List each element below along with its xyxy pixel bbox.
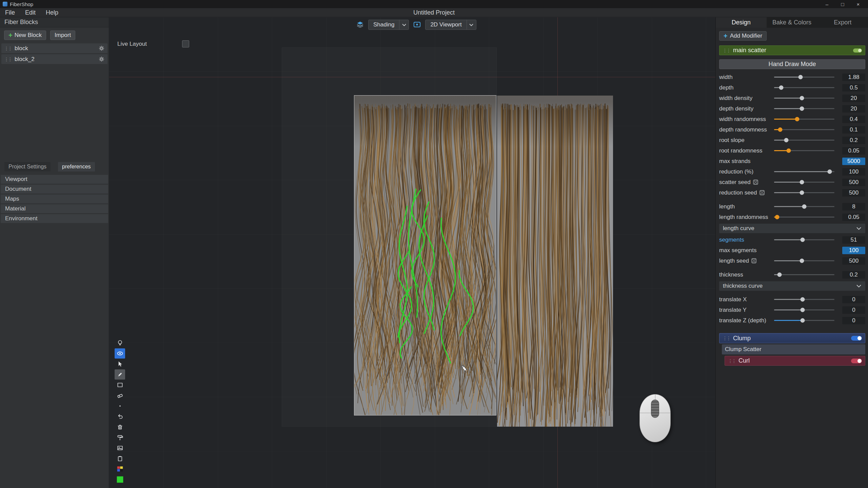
depth-density-slider[interactable] bbox=[774, 103, 834, 114]
root-slope-value[interactable]: 0.2 bbox=[842, 137, 865, 144]
slider-handle[interactable] bbox=[798, 75, 803, 79]
paint-roller-icon[interactable] bbox=[115, 432, 125, 443]
tab-project-settings[interactable]: Project Settings bbox=[4, 162, 51, 171]
slider-handle[interactable] bbox=[800, 308, 805, 312]
length-slider[interactable] bbox=[774, 201, 834, 212]
slider-handle[interactable] bbox=[800, 190, 804, 195]
slider-handle[interactable] bbox=[784, 138, 788, 142]
sidebar-item-material[interactable]: Material bbox=[1, 204, 108, 213]
menu-item-file[interactable]: File bbox=[0, 8, 20, 17]
slider-handle[interactable] bbox=[775, 215, 779, 219]
hand-draw-mode-button[interactable]: Hand Draw Mode bbox=[719, 59, 865, 69]
thickness-slider[interactable] bbox=[774, 269, 834, 280]
modifier-clump-scatter[interactable]: Clump Scatter bbox=[722, 344, 865, 354]
viewport-mode-dropdown[interactable]: 2D Viewport bbox=[425, 20, 476, 30]
curl-toggle[interactable] bbox=[851, 359, 862, 363]
translate-x-slider[interactable] bbox=[774, 294, 834, 305]
root-randomness-slider[interactable] bbox=[774, 145, 834, 156]
width-density-value[interactable]: 20 bbox=[842, 95, 865, 102]
menu-item-edit[interactable]: Edit bbox=[20, 8, 41, 17]
modifier-curl[interactable]: ⋮⋮Curl bbox=[725, 356, 865, 366]
slider-handle[interactable] bbox=[800, 106, 804, 111]
root-slope-slider[interactable] bbox=[774, 135, 834, 145]
cursor-icon[interactable] bbox=[115, 359, 125, 369]
length-curve-dropdown[interactable]: length curve bbox=[719, 224, 865, 233]
sidebar-item-maps[interactable]: Maps bbox=[1, 195, 108, 203]
reduction-slider[interactable] bbox=[774, 166, 834, 177]
undo-icon[interactable] bbox=[115, 411, 125, 422]
rect-icon[interactable] bbox=[115, 380, 125, 390]
thickness-curve-dropdown[interactable]: thickness curve bbox=[719, 281, 865, 291]
length-randomness-value[interactable]: 0.05 bbox=[842, 214, 865, 221]
modifier-main-scatter[interactable]: ⋮⋮ main scatter bbox=[719, 45, 865, 55]
segments-slider[interactable] bbox=[774, 235, 834, 245]
width-slider[interactable] bbox=[774, 72, 834, 82]
pen-icon[interactable] bbox=[115, 369, 125, 380]
green-swatch[interactable] bbox=[115, 474, 125, 485]
slider-handle[interactable] bbox=[779, 85, 784, 90]
translate-x-value[interactable]: 0 bbox=[842, 296, 865, 303]
tab-design[interactable]: Design bbox=[716, 17, 767, 28]
slider-handle[interactable] bbox=[800, 297, 805, 302]
clump-toggle[interactable] bbox=[851, 336, 862, 341]
slider-handle[interactable] bbox=[800, 238, 805, 242]
live-layout-checkbox[interactable] bbox=[182, 40, 189, 47]
clipboard-icon[interactable] bbox=[115, 453, 125, 464]
slider-handle[interactable] bbox=[795, 117, 799, 121]
max-strands-value[interactable]: 5000 bbox=[842, 158, 865, 165]
root-randomness-value[interactable]: 0.05 bbox=[842, 147, 865, 155]
translate-z-depth-slider[interactable] bbox=[774, 315, 834, 326]
length-seed-slider[interactable] bbox=[774, 256, 834, 266]
depth-randomness-value[interactable]: 0.1 bbox=[842, 126, 865, 134]
translate-y-slider[interactable] bbox=[774, 305, 834, 315]
width-randomness-slider[interactable] bbox=[774, 114, 834, 124]
block-row-block-2[interactable]: ⋮⋮block_2 bbox=[1, 54, 107, 64]
trash-icon[interactable] bbox=[115, 422, 125, 432]
depth-randomness-slider[interactable] bbox=[774, 124, 834, 135]
depth-value[interactable]: 0.5 bbox=[842, 84, 865, 92]
width-randomness-value[interactable]: 0.4 bbox=[842, 116, 865, 123]
slider-handle[interactable] bbox=[800, 180, 804, 184]
menu-item-help[interactable]: Help bbox=[41, 8, 63, 17]
width-value[interactable]: 1.88 bbox=[842, 74, 865, 81]
scatter-seed-value[interactable]: 500 bbox=[842, 179, 865, 186]
slider-handle[interactable] bbox=[777, 272, 782, 277]
viewport[interactable]: Shading 2D Viewport Live Layout bbox=[109, 17, 715, 488]
add-modifier-button[interactable]: + Add Modifier bbox=[719, 31, 767, 41]
sidebar-item-document[interactable]: Document bbox=[1, 185, 108, 194]
slider-handle[interactable] bbox=[827, 169, 832, 174]
scatter-seed-slider[interactable] bbox=[774, 177, 834, 187]
new-block-button[interactable]: +New Block bbox=[4, 30, 46, 40]
length-randomness-slider[interactable] bbox=[774, 212, 834, 222]
minimize-button[interactable]: – bbox=[820, 0, 834, 8]
dot-icon[interactable] bbox=[115, 401, 125, 411]
tab-bake-colors[interactable]: Bake & Colors bbox=[767, 17, 817, 28]
max-segments-value[interactable]: 100 bbox=[842, 247, 865, 254]
slider-handle[interactable] bbox=[778, 127, 782, 132]
main-scatter-toggle[interactable] bbox=[853, 48, 862, 53]
block-settings-gear-icon[interactable] bbox=[98, 56, 105, 62]
reduction-value[interactable]: 100 bbox=[842, 168, 865, 176]
import-button[interactable]: Import bbox=[50, 30, 75, 40]
slider-handle[interactable] bbox=[802, 204, 807, 209]
eraser-icon[interactable] bbox=[115, 390, 125, 401]
swatch-grid-icon[interactable] bbox=[115, 464, 125, 474]
length-seed-value[interactable]: 500 bbox=[842, 257, 865, 265]
sidebar-item-viewport[interactable]: Viewport bbox=[1, 175, 108, 184]
block-settings-gear-icon[interactable] bbox=[98, 45, 105, 52]
depth-density-value[interactable]: 20 bbox=[842, 105, 865, 113]
bulb-icon[interactable] bbox=[115, 338, 125, 348]
reduction-seed-slider[interactable] bbox=[774, 187, 834, 198]
block-row-block[interactable]: ⋮⋮block bbox=[1, 43, 107, 53]
segments-value[interactable]: 51 bbox=[842, 236, 865, 244]
slider-handle[interactable] bbox=[800, 318, 805, 323]
slider-handle[interactable] bbox=[800, 259, 804, 263]
slider-handle[interactable] bbox=[786, 148, 791, 153]
tab-export[interactable]: Export bbox=[817, 17, 868, 28]
modifier-clump[interactable]: ⋮⋮Clump bbox=[719, 333, 865, 343]
reduction-seed-value[interactable]: 500 bbox=[842, 189, 865, 197]
thickness-value[interactable]: 0.2 bbox=[842, 271, 865, 279]
translate-y-value[interactable]: 0 bbox=[842, 306, 865, 314]
tab-preferences[interactable]: preferences bbox=[58, 162, 95, 171]
maximize-button[interactable]: □ bbox=[835, 0, 850, 8]
